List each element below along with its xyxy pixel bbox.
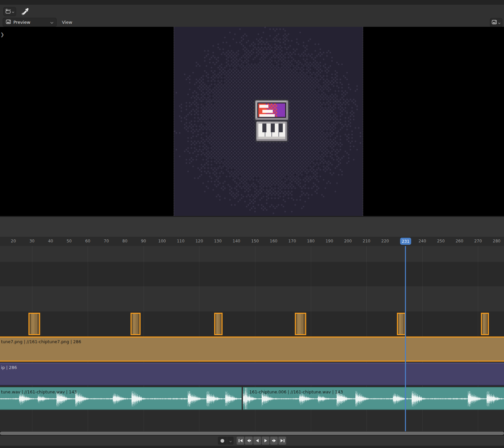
preview-header: Preview View <box>0 5 504 27</box>
mini-image-strip[interactable] <box>214 313 223 335</box>
scrollbar-thumb[interactable] <box>0 432 504 435</box>
prev-keyframe-icon <box>247 439 251 443</box>
ruler-tick: 20 <box>11 239 16 243</box>
ruler-tick: 120 <box>195 239 203 243</box>
channel-row <box>0 246 504 262</box>
sprite-screen-unit <box>254 99 289 121</box>
image-icon <box>492 19 497 26</box>
ruler-tick: 160 <box>270 239 277 243</box>
eyedropper-icon <box>20 6 29 17</box>
audio-strip[interactable]: 161-chiptune.006 | //161-chiptune.wav | … <box>243 387 504 410</box>
image-icon <box>6 19 11 25</box>
preview-canvas <box>174 27 363 216</box>
audio-strip-label: tune.wav | //161-chiptune.wav | 143 <box>1 389 77 394</box>
playhead-line[interactable] <box>405 246 406 431</box>
chevron-down-icon <box>12 9 14 14</box>
ruler-tick: 200 <box>344 239 352 243</box>
ruler-tick: 110 <box>177 239 184 243</box>
effect-strip-label: ip | 286 <box>1 365 17 370</box>
mini-image-strip[interactable] <box>28 313 40 335</box>
preview-viewport: ❯ <box>0 27 504 216</box>
playback-footer <box>0 435 504 446</box>
mini-image-strip[interactable] <box>397 313 406 335</box>
ruler-tick: 260 <box>455 239 463 243</box>
eyedropper-tool-button[interactable] <box>19 6 30 17</box>
ruler-tick: 190 <box>326 239 333 243</box>
chevron-down-icon <box>50 20 54 25</box>
next-keyframe-icon <box>272 439 276 443</box>
play-reverse-icon <box>255 439 260 443</box>
frame-ruler[interactable]: 231 203040506070809010011012013014015016… <box>0 237 504 246</box>
record-options-button[interactable] <box>227 437 234 445</box>
jump-to-start-button[interactable] <box>237 437 244 445</box>
ruler-tick: 70 <box>104 239 109 243</box>
horizontal-scrollbar[interactable] <box>0 431 504 435</box>
preview-mode-select[interactable]: Preview <box>3 18 57 27</box>
channel-row <box>0 410 504 431</box>
ruler-tick: 40 <box>48 239 53 243</box>
mini-image-strip[interactable] <box>481 313 489 335</box>
ruler-tick: 60 <box>85 239 90 243</box>
record-icon <box>221 439 224 443</box>
sequencer-icon <box>5 9 11 15</box>
sidebar-toggle-arrow[interactable]: ❯ <box>0 32 4 37</box>
editor-type-selector[interactable] <box>3 7 16 16</box>
ruler-tick: 50 <box>67 239 72 243</box>
chevron-down-icon <box>498 20 501 25</box>
jump-to-end-icon <box>280 439 285 443</box>
mini-image-strip[interactable] <box>295 313 306 335</box>
play-reverse-button[interactable] <box>253 437 261 445</box>
ruler-tick: 270 <box>474 239 482 243</box>
window-top-edge <box>0 0 504 5</box>
ruler-tick: 90 <box>141 239 146 243</box>
sequencer-top-margin <box>0 216 504 237</box>
play-forward-icon <box>263 439 268 443</box>
ruler-tick: 140 <box>233 239 240 243</box>
view-menu[interactable]: View <box>62 20 72 25</box>
image-strip-label: tune7.png | //161-chiptune7.png | 286 <box>1 339 81 344</box>
ruler-tick: 180 <box>307 239 315 243</box>
record-button[interactable] <box>218 437 227 445</box>
chevron-down-icon <box>229 438 232 443</box>
playhead-frame-badge[interactable]: 231 <box>400 238 411 245</box>
audio-strip-label: 161-chiptune.006 | //161-chiptune.wav | … <box>249 389 343 394</box>
play-forward-button[interactable] <box>262 437 269 445</box>
video-sequencer-window: Preview View ❯ <box>0 0 504 448</box>
channel-row <box>0 311 504 337</box>
ruler-tick: 170 <box>288 239 296 243</box>
pixel-keyboard-sprite <box>254 99 289 142</box>
ruler-tick: 210 <box>363 239 370 243</box>
prev-keyframe-button[interactable] <box>245 437 253 445</box>
jump-to-start-icon <box>238 439 243 443</box>
ruler-tick: 80 <box>122 239 128 243</box>
mini-image-strip[interactable] <box>131 313 141 335</box>
sequencer-channels[interactable]: tune7.png | //161-chiptune7.png | 286 ip… <box>0 246 504 431</box>
ruler-tick: 220 <box>381 239 389 243</box>
ruler-tick: 240 <box>418 239 426 243</box>
audio-strip[interactable]: tune.wav | //161-chiptune.wav | 143 <box>0 387 242 410</box>
display-channels-button[interactable] <box>490 18 502 27</box>
effect-strip[interactable]: ip | 286 <box>0 363 504 385</box>
channel-row <box>0 286 504 311</box>
ruler-tick: 30 <box>29 239 34 243</box>
window-bottom-edge <box>0 446 504 448</box>
preview-mode-value: Preview <box>13 20 50 25</box>
image-strip[interactable]: tune7.png | //161-chiptune7.png | 286 <box>0 337 504 362</box>
ruler-tick: 250 <box>437 239 445 243</box>
jump-to-end-button[interactable] <box>278 437 286 445</box>
channel-row <box>0 262 504 286</box>
ruler-tick: 100 <box>158 239 166 243</box>
sprite-keys-unit <box>255 120 288 142</box>
ruler-tick: 280 <box>493 239 501 243</box>
next-keyframe-button[interactable] <box>270 437 278 445</box>
ruler-tick: 130 <box>214 239 222 243</box>
ruler-tick: 150 <box>251 239 259 243</box>
